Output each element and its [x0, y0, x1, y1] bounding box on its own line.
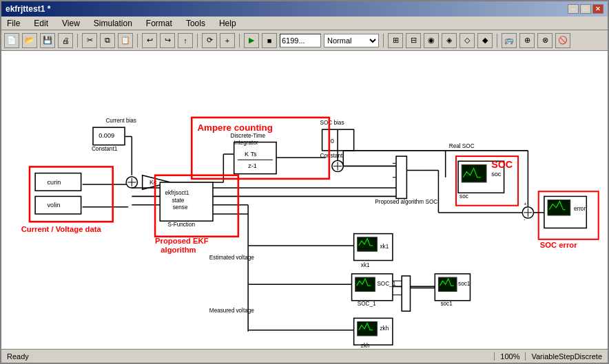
svg-text:Constant: Constant	[320, 153, 343, 159]
svg-text:+: +	[524, 202, 526, 207]
svg-text:Estimated voltage: Estimated voltage	[209, 255, 254, 261]
close-button[interactable]: ✕	[592, 4, 603, 14]
svg-text:zkh: zkh	[380, 325, 389, 332]
svg-text:Proposed EKF: Proposed EKF	[155, 237, 209, 245]
maximize-button[interactable]: □	[580, 4, 591, 14]
redo-button[interactable]: ↪	[160, 33, 175, 48]
svg-text:sense: sense	[173, 204, 188, 211]
svg-rect-57	[160, 182, 213, 221]
svg-text:state: state	[172, 197, 185, 204]
menu-help[interactable]: Help	[216, 18, 239, 29]
sep3	[197, 34, 198, 47]
svg-text:Current / Voltage data: Current / Voltage data	[21, 225, 102, 233]
window-title: ekfrjttest1 *	[6, 4, 50, 14]
svg-text:soc: soc	[460, 193, 468, 200]
toolbar: 📄 📂 💾 🖨 ✂ ⧉ 📋 ↩ ↪ ↑ ⟳ + ▶ ■ Normal Accel…	[1, 30, 608, 51]
sep4	[239, 34, 240, 47]
svg-text:curin: curin	[48, 179, 61, 186]
svg-text:Real SOC: Real SOC	[449, 143, 475, 149]
menu-simulation[interactable]: Simulation	[91, 18, 135, 29]
btn-f[interactable]: ◆	[477, 33, 493, 48]
btn-e[interactable]: ◇	[460, 33, 475, 48]
cut-button[interactable]: ✂	[82, 33, 97, 48]
svg-text:Ampere counting: Ampere counting	[197, 122, 272, 133]
main-window: ekfrjttest1 * − □ ✕ File Edit View Simul…	[0, 0, 609, 364]
svg-text:S-Function: S-Function	[167, 222, 195, 228]
svg-rect-27	[396, 156, 406, 198]
svg-text:SOC error: SOC error	[540, 241, 577, 249]
window-controls: − □ ✕	[568, 4, 603, 14]
btn-g[interactable]: 🚌	[502, 33, 517, 48]
svg-text:Discrete-Time: Discrete-Time	[231, 133, 266, 139]
svg-text:zkh: zkh	[361, 343, 370, 349]
svg-text:volin: volin	[48, 202, 61, 208]
svg-text:K Ts: K Ts	[245, 151, 257, 158]
print-button[interactable]: 🖨	[58, 33, 73, 48]
open-button[interactable]: 📂	[22, 33, 37, 48]
btn-d[interactable]: ◈	[442, 33, 457, 48]
status-ready: Ready	[7, 352, 488, 361]
menu-edit[interactable]: Edit	[31, 18, 51, 29]
svg-text:soc1: soc1	[458, 281, 471, 287]
up-button[interactable]: ↑	[178, 33, 193, 48]
menu-view[interactable]: View	[59, 18, 83, 29]
minimize-button[interactable]: −	[568, 4, 579, 14]
save-button[interactable]: 💾	[40, 33, 55, 48]
btn-i[interactable]: ⊗	[537, 33, 553, 48]
status-mode: VariableStepDiscrete	[525, 352, 602, 361]
svg-text:Constant1: Constant1	[92, 146, 118, 152]
play-button[interactable]: ▶	[244, 33, 259, 48]
svg-rect-81	[402, 276, 410, 311]
undo-button[interactable]: ↩	[142, 33, 157, 48]
sep1	[77, 34, 78, 47]
svg-text:0.009: 0.009	[99, 132, 114, 139]
sep5	[383, 34, 384, 47]
svg-text:ekfrjsoct1: ekfrjsoct1	[165, 190, 189, 196]
svg-text:soc: soc	[491, 171, 502, 178]
zoom-in[interactable]: +	[220, 33, 235, 48]
stop-button[interactable]: ■	[262, 33, 277, 48]
btn-c[interactable]: ◉	[424, 33, 439, 48]
paste-button[interactable]: 📋	[118, 33, 133, 48]
sim-mode-select[interactable]: Normal Accelerator Rapid Accelerator	[324, 34, 379, 47]
svg-text:soc1: soc1	[440, 301, 453, 307]
title-bar: ekfrjttest1 * − □ ✕	[1, 1, 608, 17]
sep6	[497, 34, 497, 47]
svg-text:SOC bias: SOC bias	[320, 120, 344, 126]
sep2	[137, 34, 138, 47]
canvas-area[interactable]: Kc K Ts z-1 Discrete-Time Integrator 0 C…	[1, 51, 608, 349]
svg-text:xk1: xk1	[361, 262, 370, 268]
menu-format[interactable]: Format	[143, 18, 175, 29]
svg-text:Measured voltage: Measured voltage	[209, 308, 254, 314]
btn-j[interactable]: 🚫	[555, 33, 570, 48]
status-zoom: 100%	[494, 352, 519, 361]
menu-bar: File Edit View Simulation Format Tools H…	[1, 17, 608, 30]
sim-time-input[interactable]	[280, 34, 321, 47]
new-button[interactable]: 📄	[4, 33, 19, 48]
svg-text:xk1: xk1	[380, 244, 389, 250]
svg-text:z-1: z-1	[248, 162, 257, 169]
svg-text:Proposed algorithm SOC: Proposed algorithm SOC	[375, 199, 437, 205]
menu-file[interactable]: File	[4, 18, 23, 29]
status-bar: Ready 100% VariableStepDiscrete	[1, 349, 608, 363]
btn-b[interactable]: ⊟	[406, 33, 421, 48]
svg-text:error: error	[574, 206, 586, 212]
copy-button[interactable]: ⧉	[100, 33, 115, 48]
svg-text:0: 0	[331, 138, 334, 144]
svg-text:Integrator: Integrator	[234, 140, 258, 146]
simulink-diagram: Kc K Ts z-1 Discrete-Time Integrator 0 C…	[1, 51, 608, 349]
btn-h[interactable]: ⊕	[519, 33, 535, 48]
svg-text:Current bias: Current bias	[105, 118, 136, 124]
svg-text:algorithm: algorithm	[161, 246, 196, 254]
zoom-fit[interactable]: ⟳	[202, 33, 217, 48]
menu-tools[interactable]: Tools	[183, 18, 208, 29]
svg-text:SOC: SOC	[491, 159, 513, 170]
svg-text:SOC_1: SOC_1	[358, 301, 376, 307]
btn-a[interactable]: ⊞	[388, 33, 403, 48]
